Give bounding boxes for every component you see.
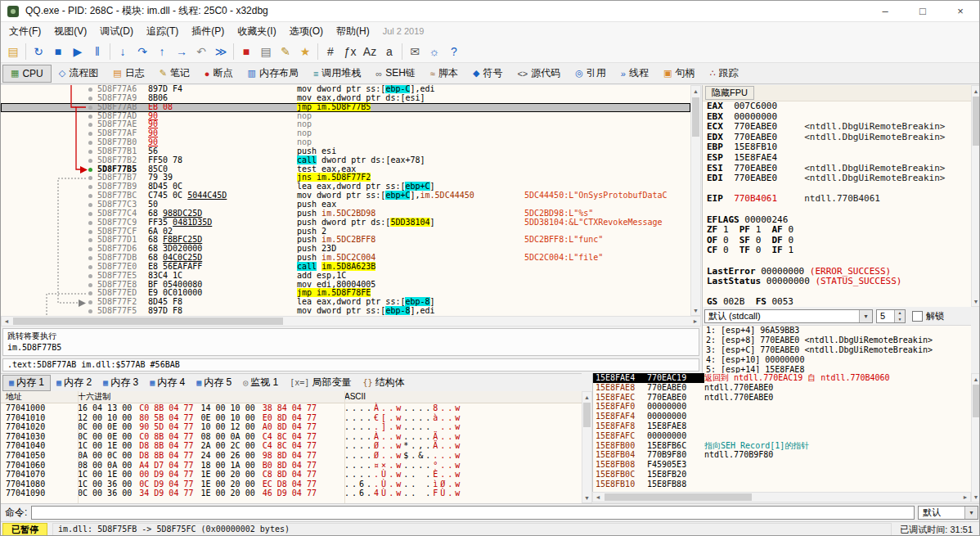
- disasm-row[interactable]: 5D8F77F5897D F8mov dword ptr ss:[ebp-8],…: [1, 307, 690, 316]
- tab-call-stack[interactable]: ≡调用堆栈: [306, 65, 368, 83]
- tab-watch-1[interactable]: ◎监视 1: [237, 375, 284, 391]
- tab-graph[interactable]: ◇流程图: [52, 65, 106, 83]
- tab-memory-1[interactable]: ▦内存 1: [2, 375, 51, 391]
- stack-row[interactable]: 15E8FB0C15E8FB20: [593, 470, 971, 480]
- instruction-dot[interactable]: [88, 203, 92, 207]
- stack-row[interactable]: 15E8FB0015E8FB6C指向SEH_Record[1]的指针: [593, 441, 971, 451]
- calling-convention-select[interactable]: 默认 (stdcall) ▾: [704, 309, 873, 323]
- stack-row[interactable]: 15E8FAF400000000: [593, 412, 971, 421]
- instruction-dot[interactable]: [88, 230, 92, 234]
- stack-row[interactable]: 15E8FAF000000000: [593, 402, 971, 412]
- arg-row[interactable]: 1: [esp+4] 96A59BB3: [703, 326, 971, 336]
- stack-row[interactable]: 15E8FAEC770EABE0ntdll.770EABE0: [593, 393, 971, 403]
- scroll-down-icon[interactable]: ▼: [972, 492, 980, 502]
- menu-item[interactable]: 帮助(H): [330, 23, 376, 40]
- register-line[interactable]: EIP 770B4061 ntdll.770B4061: [703, 194, 971, 205]
- register-line[interactable]: EDI 770EABE0 <ntdll.DbgUiRemoteBreakin>: [703, 173, 971, 184]
- scroll-down-icon[interactable]: ▼: [972, 296, 980, 306]
- dump-row[interactable]: 770410900C 00 36 0034 D9 04 771E 00 20 0…: [1, 489, 582, 498]
- instruction-dot[interactable]: [88, 221, 92, 225]
- instruction-dot[interactable]: [88, 274, 92, 278]
- tab-breakpoints[interactable]: ●断点: [197, 65, 241, 83]
- menu-item[interactable]: 视图(V): [47, 23, 93, 40]
- dump-row[interactable]: 7704106008 00 0A 00A4 D7 04 7718 00 1A 0…: [1, 461, 582, 471]
- hide-fpu-button[interactable]: 隐藏FPU: [705, 86, 754, 100]
- instruction-dot[interactable]: [88, 150, 92, 154]
- stack-vertical-scrollbar[interactable]: ▲ ▼: [971, 373, 980, 502]
- step-out-icon[interactable]: ↑: [152, 42, 172, 61]
- tab-cpu[interactable]: ▦CPU: [2, 65, 52, 83]
- arg-row[interactable]: 3: [esp+C] 770EABE0 <ntdll.DbgUiRemoteBr…: [703, 345, 971, 355]
- scrollbar-thumb[interactable]: [973, 385, 979, 417]
- stack-row[interactable]: 15E8FAE4770EAC19返回到 ntdll.770EAC19 自 ntd…: [593, 373, 971, 383]
- dump-row[interactable]: 770410801C 00 36 000C D9 04 771E 00 20 0…: [1, 480, 582, 489]
- instruction-dot[interactable]: [88, 256, 92, 260]
- tab-handles[interactable]: ▣句柄: [656, 65, 702, 83]
- instruction-dot[interactable]: [88, 283, 92, 287]
- instruction-dot[interactable]: [88, 247, 92, 251]
- tab-script[interactable]: ≈脚本: [423, 65, 465, 83]
- instruction-dot[interactable]: [88, 238, 92, 242]
- menu-item[interactable]: 插件(P): [185, 23, 231, 40]
- scroll-left-icon[interactable]: ◄: [2, 317, 11, 326]
- dump-row[interactable]: 7704101012 00 10 0080 5B 04 770E 00 10 0…: [1, 413, 582, 423]
- instruction-dot[interactable]: [88, 123, 92, 127]
- menu-item[interactable]: 收藏夹(I): [231, 23, 282, 40]
- tab-memory-2[interactable]: ▦内存 2: [51, 375, 97, 391]
- menu-item[interactable]: 追踪(T): [140, 23, 185, 40]
- instruction-dot[interactable]: [88, 115, 92, 119]
- tab-seh[interactable]: ∞SEH链: [368, 65, 423, 83]
- instruction-dot[interactable]: [88, 265, 92, 269]
- restart-icon[interactable]: ↻: [29, 42, 48, 61]
- stack-row[interactable]: 15E8FAF815E8FAE8: [593, 421, 971, 431]
- instruction-dot[interactable]: [88, 132, 92, 136]
- instruction-dot[interactable]: [88, 176, 92, 180]
- stack-row[interactable]: 15E8FB1015E8FB88: [593, 480, 971, 489]
- instruction-dot[interactable]: [88, 88, 92, 92]
- command-profile-select[interactable]: 默认 ▾: [918, 506, 978, 520]
- stack-horizontal-scrollbar[interactable]: ◄ ►: [592, 492, 971, 502]
- instruction-dot[interactable]: [88, 141, 92, 145]
- register-line[interactable]: GS 002B FS 0053: [703, 297, 971, 307]
- stack-row[interactable]: 15E8FB08F45905E3: [593, 460, 971, 470]
- scroll-up-icon[interactable]: ▲: [972, 86, 980, 96]
- highlight-icon[interactable]: a: [380, 42, 399, 61]
- stepper-up-icon[interactable]: ▲: [895, 310, 905, 317]
- scroll-right-icon[interactable]: ►: [960, 493, 970, 502]
- mail-icon[interactable]: ✉: [405, 42, 425, 61]
- stack-row[interactable]: 15E8FAFC00000000: [593, 431, 971, 441]
- scroll-up-icon[interactable]: ▲: [972, 374, 980, 384]
- patch-icon[interactable]: ■: [236, 42, 256, 61]
- fx-icon[interactable]: ƒx: [340, 42, 360, 61]
- tab-threads[interactable]: »线程: [614, 65, 656, 83]
- chevron-down-icon[interactable]: ▾: [859, 310, 872, 322]
- instruction-dot[interactable]: [88, 159, 92, 163]
- tab-log[interactable]: ▤日志: [106, 65, 151, 83]
- maximize-button[interactable]: □: [904, 1, 942, 21]
- az-icon[interactable]: Az: [360, 42, 380, 61]
- disasm-vertical-scrollbar[interactable]: ▲ ▼: [690, 85, 701, 316]
- help-icon[interactable]: ?: [444, 42, 464, 61]
- scroll-up-icon[interactable]: ▲: [691, 86, 700, 96]
- dump-row[interactable]: 770410701C 00 1E 0000 D9 04 771E 00 20 0…: [1, 470, 582, 480]
- menu-item[interactable]: 调试(D): [93, 23, 140, 40]
- pause-icon[interactable]: ‖: [88, 42, 107, 61]
- stepper-down-icon[interactable]: ▼: [895, 316, 905, 322]
- dump-scrollbar[interactable]: ▲ ▼: [582, 391, 592, 503]
- stack-pane[interactable]: 15E8FAE4770EAC19返回到 ntdll.770EAC19 自 ntd…: [592, 373, 971, 492]
- instruction-dot[interactable]: [88, 106, 92, 110]
- register-line[interactable]: LastStatus 00000000 (STATUS_SUCCESS): [703, 277, 971, 287]
- tab-symbols[interactable]: ◆符号: [465, 65, 510, 83]
- notes-icon[interactable]: ✎: [276, 42, 295, 61]
- scroll-right-icon[interactable]: ►: [690, 317, 700, 326]
- tab-trace[interactable]: ∴跟踪: [702, 65, 745, 83]
- stack-row[interactable]: 15E8FAE8770EABE0ntdll.770EABE0: [593, 383, 971, 393]
- tab-source[interactable]: <>源代码: [510, 65, 568, 83]
- scrollbar-thumb[interactable]: [605, 493, 752, 501]
- scrollbar-thumb[interactable]: [583, 403, 591, 427]
- disasm-row[interactable]: 5D8F77C9FF35 0481D35Dpush dword ptr ds:[…: [1, 218, 690, 227]
- tab-references[interactable]: ◎引用: [568, 65, 614, 83]
- favourites-icon[interactable]: ★: [295, 42, 315, 61]
- step-into-icon[interactable]: ↓: [113, 42, 133, 61]
- arg-row[interactable]: 2: [esp+8] 770EABE0 <ntdll.DbgUiRemoteBr…: [703, 336, 971, 345]
